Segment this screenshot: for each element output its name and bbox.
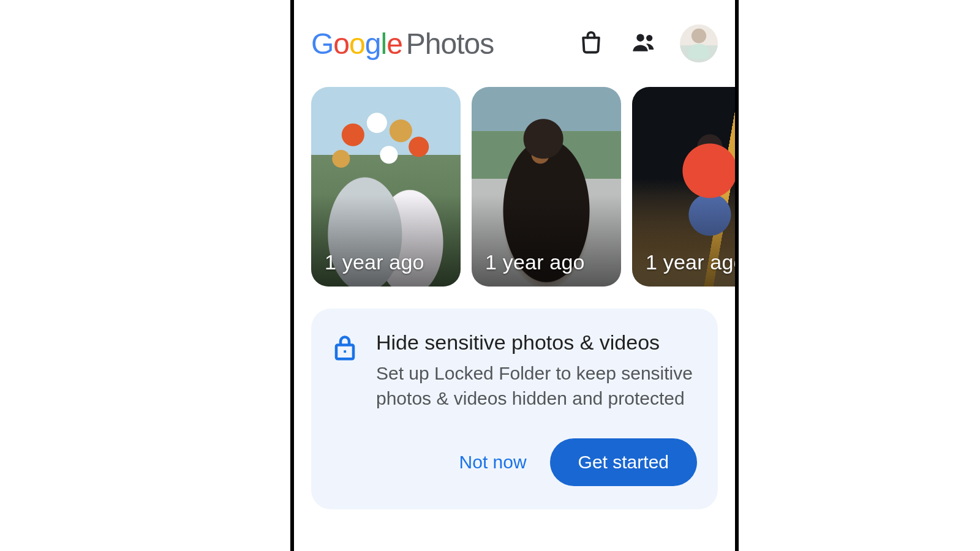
memory-label: 1 year ago [485,250,585,274]
brand-google: Google [311,27,402,61]
not-now-button[interactable]: Not now [454,446,532,479]
promo-subtitle: Set up Locked Folder to keep sensitive p… [376,361,697,411]
sharing-button[interactable] [625,24,663,62]
lock-icon [332,333,358,364]
memory-card[interactable]: 1 year ago [632,87,735,287]
shopping-bag-icon [578,29,605,58]
get-started-button[interactable]: Get started [550,438,697,486]
promo-text: Hide sensitive photos & videos Set up Lo… [376,331,697,411]
locked-folder-promo-card: Hide sensitive photos & videos Set up Lo… [311,309,718,509]
brand-photos: Photos [406,27,494,61]
memory-card[interactable]: 1 year ago [472,87,621,287]
print-store-button[interactable] [572,24,610,62]
svg-rect-3 [344,350,346,353]
memory-label: 1 year ago [325,250,424,274]
svg-point-0 [636,34,644,41]
app-header: Google Photos [294,0,735,72]
svg-point-1 [646,35,652,41]
memories-carousel[interactable]: 1 year ago 1 year ago 1 year ago [294,72,735,287]
account-avatar[interactable] [680,24,718,62]
app-viewport: Google Photos [290,0,739,551]
promo-title: Hide sensitive photos & videos [376,331,697,354]
people-icon [630,29,657,58]
app-brand: Google Photos [311,27,557,61]
memory-label: 1 year ago [646,250,735,274]
memory-card[interactable]: 1 year ago [311,87,461,287]
